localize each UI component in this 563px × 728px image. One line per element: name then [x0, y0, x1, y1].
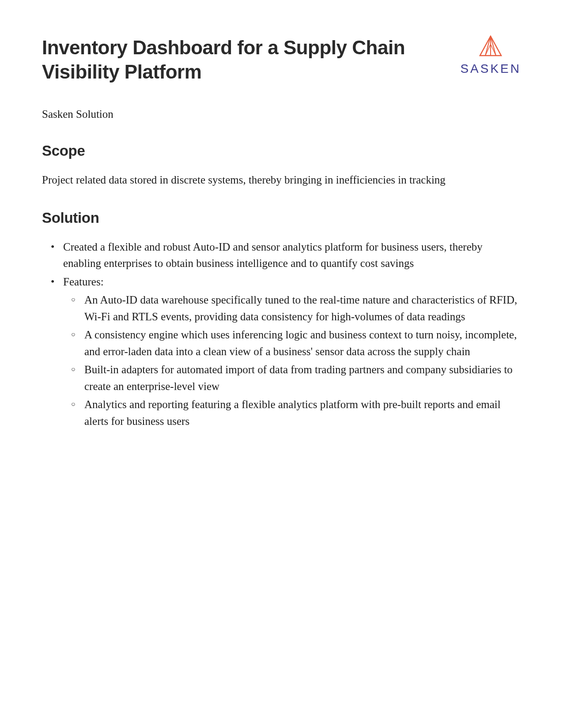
list-item: An Auto-ID data warehouse specifically t…	[84, 292, 521, 325]
features-sublist: An Auto-ID data warehouse specifically t…	[63, 292, 521, 429]
list-item: Analytics and reporting featuring a flex…	[84, 396, 521, 429]
scope-text: Project related data stored in discrete …	[42, 172, 521, 188]
list-item: Built-in adapters for automated import o…	[84, 361, 521, 394]
list-item: Features: An Auto-ID data warehouse spec…	[63, 274, 521, 430]
document-header: Inventory Dashboard for a Supply Chain V…	[42, 35, 521, 84]
document-subtitle: Sasken Solution	[42, 108, 521, 120]
sasken-logo-icon	[477, 35, 504, 58]
page-title: Inventory Dashboard for a Supply Chain V…	[42, 35, 460, 84]
company-logo: SASKEN	[460, 35, 521, 76]
list-item-label: Features:	[63, 276, 104, 288]
company-name: SASKEN	[460, 62, 521, 76]
solution-heading: Solution	[42, 210, 521, 226]
solution-list: Created a flexible and robust Auto-ID an…	[42, 239, 521, 430]
scope-heading: Scope	[42, 143, 521, 159]
list-item: Created a flexible and robust Auto-ID an…	[63, 239, 521, 272]
list-item: A consistency engine which uses inferenc…	[84, 326, 521, 360]
